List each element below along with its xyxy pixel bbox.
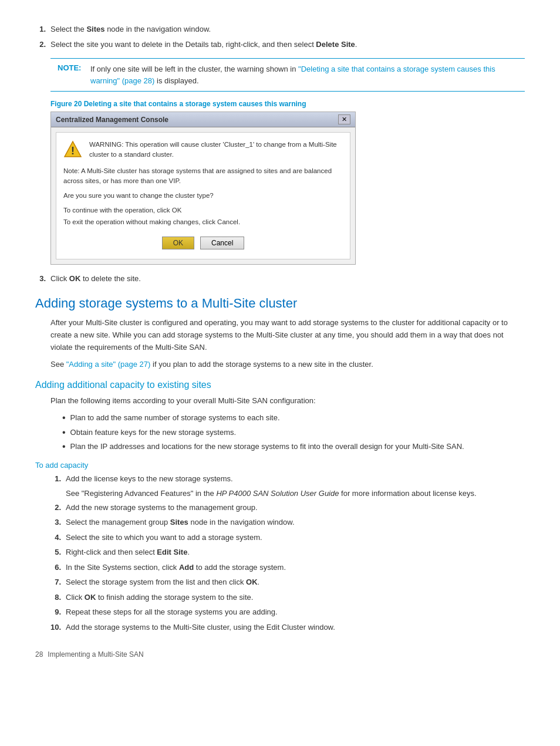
cap-step-9-content: Repeat these steps for all the storage s… (66, 606, 525, 618)
cap-step-4-content: Select the site to which you want to add… (66, 532, 525, 544)
cap-step-6-num: 6. (50, 562, 61, 573)
step-3-content: Click OK to delete the site. (50, 273, 525, 285)
cap-step-1-num: 1. (50, 473, 61, 485)
dialog-ok-button[interactable]: OK (162, 237, 194, 249)
cap-step-2-num: 2. (50, 502, 61, 514)
bullet-list: Plan to add the same number of storage s… (62, 412, 525, 453)
step-2-num: 2. (35, 39, 46, 50)
cap-step-8-content: Click OK to finish adding the storage sy… (66, 592, 525, 603)
cap-step-7-num: 7. (50, 576, 61, 588)
dialog-info-4: To exit the operation without making cha… (63, 217, 343, 227)
dialog-info-2: Are you sure you want to change the clus… (63, 191, 343, 201)
bullet-1-text: Plan to add the same number of storage s… (70, 412, 280, 424)
cap-step-8-bold: OK (85, 593, 96, 602)
bullet-1: Plan to add the same number of storage s… (62, 412, 525, 424)
note-label: NOTE: (58, 63, 85, 72)
capacity-step-1: 1. Add the license keys to the new stora… (50, 473, 525, 485)
cap-step-7-bold: OK (246, 578, 258, 586)
footer-text: Implementing a Multi-Site SAN (48, 650, 143, 659)
step-2-bold: Delete Site (316, 40, 355, 49)
cap-step-1-content: Add the license keys to the new storage … (66, 473, 525, 485)
section-body-1: After your Multi-Site cluster is configu… (50, 317, 525, 353)
step-3-bold: OK (69, 274, 81, 283)
cap-step-8-num: 8. (50, 592, 61, 603)
step-1-bold: Sites (86, 25, 104, 33)
step-3: 3. Click OK to delete the site. (35, 273, 525, 285)
dialog-title: Centralized Management Console (56, 116, 168, 124)
book-title: HP P4000 SAN Solution User Guide (216, 489, 339, 498)
dialog-warning-row: ! WARNING: This operation will cause clu… (63, 140, 343, 160)
capacity-step-2: 2. Add the new storage systems to the ma… (50, 502, 525, 514)
cap-step-5-bold: Edit Site (157, 548, 187, 556)
capacity-step-10: 10. Add the storage systems to the Multi… (50, 622, 525, 633)
cap-step-3-bold: Sites (170, 518, 188, 526)
step-1-content: Select the Sites node in the navigation … (50, 23, 525, 35)
dialog-body: ! WARNING: This operation will cause clu… (56, 132, 350, 259)
cap-step-9-num: 9. (50, 606, 61, 618)
dialog-cancel-button[interactable]: Cancel (200, 237, 244, 249)
subsubsection-heading: To add capacity (35, 461, 525, 470)
cap-step-7-content: Select the storage system from the list … (66, 576, 525, 588)
cap-step-2-content: Add the new storage systems to the manag… (66, 502, 525, 514)
cap-step-6-content: In the Site Systems section, click Add t… (66, 562, 525, 573)
capacity-step-8: 8. Click OK to finish adding the storage… (50, 592, 525, 603)
bullet-2-text: Obtain feature keys for the new storage … (70, 427, 237, 438)
note-link[interactable]: "Deleting a site that contains a storage… (90, 65, 495, 85)
dialog-titlebar: Centralized Management Console ✕ (51, 112, 355, 127)
capacity-step-7: 7. Select the storage system from the li… (50, 576, 525, 588)
cap-step-3-content: Select the management group Sites node i… (66, 517, 525, 528)
capacity-step-6: 6. In the Site Systems section, click Ad… (50, 562, 525, 573)
cap-step-1-sub: See "Registering Advanced Features" in t… (66, 488, 525, 499)
dialog-info-3: To continue with the operation, click OK (63, 205, 343, 215)
cap-step-3-num: 3. (50, 517, 61, 528)
step-3-num: 3. (35, 273, 46, 285)
step-2: 2. Select the site you want to delete in… (35, 39, 525, 50)
top-steps: 1. Select the Sites node in the navigati… (35, 23, 525, 50)
subsection-body: Plan the following items according to yo… (50, 395, 525, 407)
note-box: NOTE: If only one site will be left in t… (50, 58, 525, 92)
capacity-step-3: 3. Select the management group Sites nod… (50, 517, 525, 528)
capacity-step-4: 4. Select the site to which you want to … (50, 532, 525, 544)
step-1: 1. Select the Sites node in the navigati… (35, 23, 525, 35)
step-3-list: 3. Click OK to delete the site. (35, 273, 525, 285)
capacity-step-9: 9. Repeat these steps for all the storag… (50, 606, 525, 618)
page-number: 28 (35, 650, 43, 659)
dialog-warning-text: WARNING: This operation will cause clust… (89, 140, 343, 160)
bullet-2: Obtain feature keys for the new storage … (62, 427, 525, 438)
capacity-step-5: 5. Right-click and then select Edit Site… (50, 546, 525, 558)
subsection-heading: Adding additional capacity to existing s… (35, 380, 525, 390)
step-2-content: Select the site you want to delete in th… (50, 39, 525, 50)
section-heading: Adding storage systems to a Multi-Site c… (35, 296, 525, 311)
dialog-close-button[interactable]: ✕ (338, 114, 350, 124)
step-1-num: 1. (35, 23, 46, 35)
cap-step-4-num: 4. (50, 532, 61, 544)
cap-step-10-num: 10. (50, 622, 61, 633)
adding-site-link[interactable]: "Adding a site" (page 27) (66, 360, 151, 369)
svg-text:!: ! (71, 145, 75, 157)
figure-caption: Figure 20 Deleting a site that contains … (50, 100, 525, 108)
dialog-box: Centralized Management Console ✕ ! WARNI… (50, 112, 356, 265)
note-text: If only one site will be left in the clu… (90, 63, 518, 86)
cap-step-5-content: Right-click and then select Edit Site. (66, 546, 525, 558)
page-footer: 28 Implementing a Multi-Site SAN (35, 650, 525, 659)
dialog-buttons: OK Cancel (63, 232, 343, 252)
warning-icon: ! (63, 140, 82, 158)
bullet-3-text: Plan the IP addresses and locations for … (70, 441, 464, 453)
cap-step-5-num: 5. (50, 546, 61, 558)
cap-step-10-content: Add the storage systems to the Multi-Sit… (66, 622, 525, 633)
cap-step-6-bold: Add (179, 563, 194, 572)
dialog-info-1: Note: A Multi-Site cluster has storage s… (63, 166, 343, 187)
bullet-3: Plan the IP addresses and locations for … (62, 441, 525, 453)
capacity-steps-rest: 2. Add the new storage systems to the ma… (50, 502, 525, 633)
section-body-2: See "Adding a site" (page 27) if you pla… (50, 359, 525, 371)
capacity-steps: 1. Add the license keys to the new stora… (50, 473, 525, 485)
